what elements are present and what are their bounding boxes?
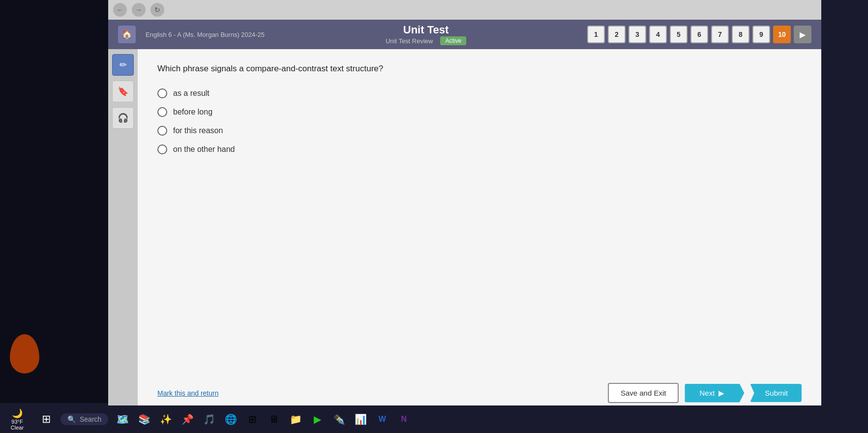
question-nav: 1 2 3 4 5 6 7 8 9 10 ▶ <box>587 26 811 43</box>
question-nav-2[interactable]: 2 <box>608 26 626 43</box>
answer-label-c: for this reason <box>173 126 223 135</box>
headphone-icon: 🎧 <box>118 113 128 123</box>
question-nav-arrow[interactable]: ▶ <box>794 26 811 43</box>
question-nav-4[interactable]: 4 <box>649 26 667 43</box>
present-icon[interactable]: 📊 <box>351 409 370 429</box>
pencil-icon: ✏ <box>120 59 127 70</box>
answer-label-d: on the other hand <box>173 145 235 154</box>
bookmark-icon: 🔖 <box>118 86 128 97</box>
bookmark-tool[interactable]: 🔖 <box>112 81 134 102</box>
windows-button[interactable]: ⊞ <box>36 409 56 429</box>
top-bar: ← → ↻ <box>108 0 821 20</box>
answer-option-a[interactable]: as a result <box>157 88 802 98</box>
submit-button[interactable]: Submit <box>750 384 802 402</box>
decorative-blob <box>10 334 39 374</box>
unit-test-title: Unit Test <box>274 24 577 36</box>
browser-icon[interactable]: 🌐 <box>221 409 240 429</box>
taskbar: 🌙 93°F Clear ⊞ 🔍 Search 🗺️ 📚 ✨ 📌 🎵 🌐 ⊞ 🖥… <box>0 405 868 433</box>
weather-widget: 🌙 93°F Clear <box>5 408 30 431</box>
pencil-tool[interactable]: ✏ <box>112 54 134 76</box>
save-exit-button[interactable]: Save and Exit <box>608 383 679 403</box>
remote-icon[interactable]: 🖥 <box>264 409 284 429</box>
refresh-button[interactable]: ↻ <box>150 3 164 17</box>
question-nav-8[interactable]: 8 <box>732 26 749 43</box>
answer-label-b: before long <box>173 108 212 116</box>
question-nav-7[interactable]: 7 <box>711 26 729 43</box>
word-icon[interactable]: W <box>372 409 392 429</box>
grid-icon[interactable]: ⊞ <box>242 409 262 429</box>
answer-option-c[interactable]: for this reason <box>157 126 802 136</box>
radio-c[interactable] <box>157 126 167 136</box>
mark-return-link[interactable]: Mark this and return <box>157 389 219 397</box>
bottom-buttons: Save and Exit Next ▶ Submit <box>608 383 802 403</box>
app-window: ← → ↻ 🏠 English 6 - A (Ms. Morgan Burns)… <box>108 0 821 423</box>
content-area: ✏ 🔖 🎧 Which phrase signals a compare-and… <box>108 49 821 413</box>
question-bottom: Mark this and return Save and Exit Next … <box>157 383 802 403</box>
course-title: English 6 - A (Ms. Morgan Burns) 2024-25 <box>146 31 265 38</box>
answer-option-d[interactable]: on the other hand <box>157 144 802 154</box>
radio-d[interactable] <box>157 144 167 154</box>
left-panel <box>0 0 108 403</box>
header: 🏠 English 6 - A (Ms. Morgan Burns) 2024-… <box>108 20 821 49</box>
search-icon: 🔍 <box>67 415 76 423</box>
question-nav-9[interactable]: 9 <box>752 26 770 43</box>
edit-icon[interactable]: ✒️ <box>329 409 349 429</box>
weather-desc: Clear <box>5 425 30 431</box>
maps-icon[interactable]: 🗺️ <box>113 409 132 429</box>
back-button[interactable]: ← <box>113 3 127 17</box>
next-button[interactable]: Next ▶ <box>685 384 744 403</box>
question-nav-1[interactable]: 1 <box>587 26 605 43</box>
media-icon[interactable]: ▶ <box>307 409 327 429</box>
radio-b[interactable] <box>157 107 167 117</box>
onenote-icon[interactable]: N <box>394 409 414 429</box>
copilot-icon[interactable]: ✨ <box>156 409 176 429</box>
unit-test-subtitle: Unit Test Review Active <box>274 36 577 45</box>
status-badge: Active <box>440 36 466 45</box>
taskbar-search[interactable]: 🔍 Search <box>60 413 108 425</box>
question-panel: Which phrase signals a compare-and-contr… <box>138 49 821 413</box>
answer-label-a: as a result <box>173 89 210 98</box>
next-arrow-icon: ▶ <box>718 389 724 398</box>
question-nav-6[interactable]: 6 <box>690 26 708 43</box>
question-nav-5[interactable]: 5 <box>670 26 688 43</box>
left-toolbar: ✏ 🔖 🎧 <box>108 49 138 413</box>
question-nav-3[interactable]: 3 <box>629 26 646 43</box>
radio-a[interactable] <box>157 88 167 98</box>
answer-option-b[interactable]: before long <box>157 107 802 117</box>
folder-icon[interactable]: 📁 <box>286 409 305 429</box>
weather-icon: 🌙 <box>5 408 30 419</box>
question-nav-10[interactable]: 10 <box>773 26 791 43</box>
forward-button[interactable]: → <box>132 3 146 17</box>
weather-temp: 93°F <box>5 419 30 425</box>
reading-icon[interactable]: 📚 <box>134 409 154 429</box>
music-icon[interactable]: 🎵 <box>199 409 219 429</box>
headphone-tool[interactable]: 🎧 <box>112 107 134 129</box>
header-center: Unit Test Unit Test Review Active <box>274 24 577 45</box>
answer-options: as a result before long for this reason <box>157 88 802 154</box>
question-text: Which phrase signals a compare-and-contr… <box>157 64 802 74</box>
home-button[interactable]: 🏠 <box>118 26 136 43</box>
pinterest-icon[interactable]: 📌 <box>178 409 197 429</box>
